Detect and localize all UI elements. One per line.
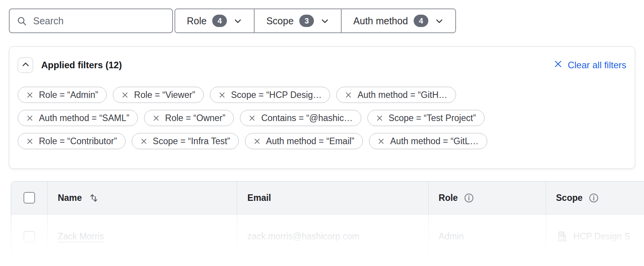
scope-cell: HCP Design S bbox=[546, 214, 644, 259]
clear-all-filters-label: Clear all filters bbox=[568, 60, 626, 71]
search-input[interactable] bbox=[33, 9, 165, 32]
filter-chip-label: Auth method = “Email” bbox=[266, 136, 354, 146]
filter-chip[interactable]: Role = “Contributor” bbox=[18, 133, 126, 149]
column-label: Scope bbox=[556, 193, 583, 203]
auth-method-filter-dropdown[interactable]: Auth method 4 bbox=[341, 9, 455, 32]
filter-chip-row: Auth method = “SAML” Role = “Owner” Cont… bbox=[18, 110, 626, 126]
filter-chip-label: Auth method = “GitL… bbox=[390, 136, 478, 146]
remove-filter-icon[interactable] bbox=[26, 91, 34, 99]
filter-toolbar: Role 4 Scope 3 Auth method 4 bbox=[9, 8, 456, 33]
role-filter-dropdown[interactable]: Role 4 bbox=[175, 9, 254, 32]
filter-chip[interactable]: Auth method = “Email” bbox=[245, 133, 363, 149]
search-box[interactable] bbox=[9, 8, 173, 33]
column-label: Email bbox=[247, 193, 271, 203]
filter-chip-label: Scope = “Test Project” bbox=[389, 113, 476, 123]
table-header-row: Name Email Role Scope bbox=[11, 182, 644, 214]
role-cell: Admin bbox=[428, 214, 546, 259]
filter-chip-label: Role = “Viewer” bbox=[134, 90, 195, 100]
user-email: zack.morris@hashicorp.com bbox=[247, 231, 359, 242]
filter-chip-label: Role = “Admin” bbox=[39, 90, 98, 100]
column-header-name[interactable]: Name bbox=[47, 182, 237, 214]
chevron-up-icon bbox=[21, 60, 30, 70]
filter-chips: Role = “Admin” Role = “Viewer” Scope = “… bbox=[18, 87, 626, 149]
filter-chip-label: Auth method = “SAML” bbox=[39, 113, 129, 123]
column-label: Role bbox=[439, 193, 458, 203]
role-filter-count-badge: 4 bbox=[212, 15, 227, 27]
user-role: Admin bbox=[439, 231, 464, 242]
email-cell: zack.morris@hashicorp.com bbox=[237, 214, 428, 259]
scope-filter-count-badge: 3 bbox=[299, 15, 314, 27]
remove-filter-icon[interactable] bbox=[26, 138, 34, 145]
filter-chip[interactable]: Scope = “HCP Desig… bbox=[210, 87, 330, 103]
filter-chip-label: Contains = “@hashic… bbox=[261, 113, 352, 123]
column-header-scope[interactable]: Scope bbox=[546, 182, 644, 214]
remove-filter-icon[interactable] bbox=[248, 114, 256, 122]
header-checkbox-cell bbox=[11, 182, 47, 214]
filter-chip-label: Role = “Owner” bbox=[165, 113, 226, 123]
building-icon bbox=[556, 231, 568, 242]
users-table: Name Email Role Scope Zack Morris bbox=[11, 181, 644, 259]
remove-filter-icon[interactable] bbox=[345, 91, 352, 99]
column-header-role[interactable]: Role bbox=[428, 182, 546, 214]
scope-filter-dropdown[interactable]: Scope 3 bbox=[254, 9, 341, 32]
table-row: Zack Morris zack.morris@hashicorp.com Ad… bbox=[11, 214, 644, 259]
auth-method-filter-label: Auth method bbox=[353, 15, 408, 27]
remove-filter-icon[interactable] bbox=[153, 114, 160, 122]
filter-chip[interactable]: Scope = “Test Project” bbox=[367, 110, 485, 126]
auth-method-filter-count-badge: 4 bbox=[414, 15, 428, 27]
chevron-down-icon bbox=[233, 17, 242, 25]
info-icon[interactable] bbox=[464, 193, 474, 203]
select-all-checkbox[interactable] bbox=[23, 192, 35, 204]
x-icon bbox=[553, 59, 563, 71]
collapse-panel-button[interactable] bbox=[18, 57, 33, 73]
scope-filter-label: Scope bbox=[266, 15, 293, 27]
chevron-down-icon bbox=[435, 17, 444, 25]
filter-chip[interactable]: Contains = “@hashic… bbox=[240, 110, 361, 126]
role-filter-label: Role bbox=[187, 15, 206, 27]
remove-filter-icon[interactable] bbox=[253, 138, 261, 145]
user-scope: HCP Design S bbox=[574, 231, 631, 242]
filter-chip-label: Scope = “Infra Test” bbox=[153, 136, 230, 146]
chevron-down-icon bbox=[320, 17, 329, 25]
filter-chip-row: Role = “Contributor” Scope = “Infra Test… bbox=[18, 133, 626, 149]
filter-chip[interactable]: Role = “Owner” bbox=[144, 110, 234, 126]
search-icon bbox=[17, 16, 27, 26]
filter-chip[interactable]: Auth method = “GitH… bbox=[336, 87, 456, 103]
name-cell: Zack Morris bbox=[47, 214, 237, 259]
applied-filters-header: Applied filters (12) Clear all filters bbox=[18, 57, 626, 73]
filter-chip[interactable]: Auth method = “GitL… bbox=[369, 133, 487, 149]
applied-filters-title: Applied filters (12) bbox=[41, 60, 122, 71]
filter-chip[interactable]: Auth method = “SAML” bbox=[18, 110, 138, 126]
filter-chip-label: Auth method = “GitH… bbox=[357, 90, 447, 100]
remove-filter-icon[interactable] bbox=[376, 114, 383, 122]
filter-dropdown-group: Role 4 Scope 3 Auth method 4 bbox=[174, 8, 456, 33]
column-header-email[interactable]: Email bbox=[237, 182, 428, 214]
column-label: Name bbox=[58, 193, 82, 203]
row-checkbox[interactable] bbox=[23, 231, 35, 242]
applied-filters-panel: Applied filters (12) Clear all filters R… bbox=[9, 46, 635, 169]
remove-filter-icon[interactable] bbox=[218, 91, 226, 99]
filter-chip-label: Role = “Contributor” bbox=[39, 136, 117, 146]
filter-chip-label: Scope = “HCP Desig… bbox=[231, 90, 322, 100]
filter-chip-row: Role = “Admin” Role = “Viewer” Scope = “… bbox=[18, 87, 626, 103]
info-icon[interactable] bbox=[589, 193, 599, 203]
remove-filter-icon[interactable] bbox=[121, 91, 129, 99]
filter-chip[interactable]: Scope = “Infra Test” bbox=[132, 133, 239, 149]
clear-all-filters-button[interactable]: Clear all filters bbox=[553, 59, 626, 71]
row-checkbox-cell bbox=[11, 214, 47, 259]
remove-filter-icon[interactable] bbox=[377, 138, 385, 145]
user-name-link[interactable]: Zack Morris bbox=[58, 231, 104, 242]
sort-icon[interactable] bbox=[89, 193, 99, 203]
remove-filter-icon[interactable] bbox=[140, 138, 148, 145]
filter-chip[interactable]: Role = “Viewer” bbox=[113, 87, 204, 103]
remove-filter-icon[interactable] bbox=[26, 114, 34, 122]
filter-chip[interactable]: Role = “Admin” bbox=[18, 87, 107, 103]
